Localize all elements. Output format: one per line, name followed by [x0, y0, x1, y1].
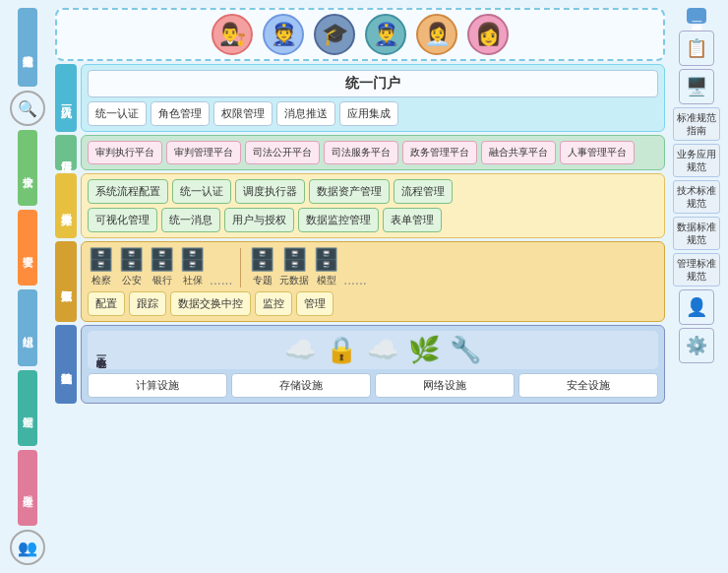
- barrel-icon-5: 🗄️: [249, 247, 275, 273]
- barrel-label-7: 模型: [317, 274, 336, 287]
- avatar-5: 👩‍💼: [416, 14, 457, 55]
- data-item-0: 配置: [88, 291, 125, 316]
- right-icon-screen: 🖥️: [679, 69, 714, 104]
- app-integration: 应用集成: [339, 101, 398, 126]
- svc-item-9: 表单管理: [383, 208, 442, 232]
- right-icon-person: 👤: [679, 289, 714, 325]
- svc-item-4: 流程管理: [394, 179, 453, 204]
- data-layer: 数据资源 🗄️ 检察 🗄️ 公安 🗄️ 银行: [55, 241, 665, 322]
- barrel-label-3: 银行: [152, 274, 172, 287]
- network-icon: 🌿: [408, 335, 440, 365]
- data-content: 🗄️ 检察 🗄️ 公安 🗄️ 银行 🗄️ 社保 .: [81, 241, 665, 322]
- infra-layer: 基础设施 统一云中心 ☁️ 🔒 ☁️ 🌿 🔧 计算设施 存储设施: [55, 325, 665, 404]
- data-item-2: 数据交换中控: [170, 291, 251, 316]
- db-divider: [240, 248, 241, 287]
- judicial-item-0: 审判执行平台: [88, 141, 162, 164]
- barrel-icon-3: 🗄️: [149, 247, 175, 273]
- role-mgmt: 角色管理: [151, 101, 210, 126]
- right-label-1: 业务应用规范: [673, 144, 720, 177]
- right-label-0: 标准规范指南: [673, 107, 720, 141]
- infra-label: 基础设施: [55, 325, 77, 404]
- left-label-ops: 运维组织: [18, 289, 37, 365]
- unified-portal-content: 统一门户 统一认证 角色管理 权限管理 消息推送 应用集成: [81, 64, 665, 132]
- infra-content: 统一云中心 ☁️ 🔒 ☁️ 🌿 🔧 计算设施 存储设施 网络设施 安全设施: [81, 325, 665, 404]
- barrel-label-4: 社保: [183, 274, 203, 287]
- avatar-3: 🎓: [314, 14, 355, 55]
- tools-icon: 🔧: [450, 335, 481, 365]
- db-metadata: 🗄️ 元数据: [279, 247, 309, 287]
- data-db-row: 🗄️ 检察 🗄️ 公安 🗄️ 银行 🗄️ 社保 .: [88, 247, 658, 287]
- barrel-icon-1: 🗄️: [88, 247, 114, 273]
- avatar-2: 👮: [263, 14, 304, 55]
- infra-storage: 存储设施: [231, 373, 371, 398]
- svc-item-2: 调度执行器: [235, 179, 305, 204]
- data-item-4: 管理: [296, 291, 334, 316]
- right-icon-doc: 📋: [679, 31, 714, 66]
- svc-item-0: 系统流程配置: [88, 179, 168, 204]
- perm-mgmt: 权限管理: [213, 101, 273, 126]
- judicial-item-5: 融合共享平台: [481, 141, 556, 164]
- service-label: 服务支撑: [55, 173, 77, 238]
- judicial-item-4: 政务管理平台: [402, 141, 477, 164]
- data-item-1: 跟踪: [129, 291, 166, 316]
- infra-security: 安全设施: [518, 373, 658, 398]
- judicial-label: 司法应用: [55, 135, 77, 170]
- barrel-label-2: 公安: [122, 274, 142, 287]
- data-row2: 配置 跟踪 数据交换中控 监控 管理: [88, 291, 658, 316]
- avatar-4: 👮‍♂️: [365, 14, 406, 55]
- judicial-layer: 司法应用 审判执行平台 审判管理平台 司法公开平台 司法服务平台 政务管理平台 …: [55, 135, 665, 170]
- unified-entry-label: 统一入口: [55, 64, 77, 132]
- judicial-item-1: 审判管理平台: [166, 141, 241, 164]
- infra-network: 网络设施: [375, 373, 515, 398]
- judicial-item-3: 司法服务平台: [324, 141, 398, 164]
- left-label-sys: 运维制度: [18, 370, 37, 446]
- avatar-6: 👩: [467, 14, 509, 55]
- judicial-content: 审判执行平台 审判管理平台 司法公开平台 司法服务平台 政务管理平台 融合共享平…: [81, 135, 665, 170]
- left-icon-2: 👥: [10, 530, 45, 565]
- svc-item-6: 统一消息: [161, 208, 220, 232]
- avatars-row: 👨‍⚖️ 👮 🎓 👮‍♂️ 👩‍💼 👩: [55, 8, 665, 61]
- unified-auth: 统一认证: [88, 101, 147, 126]
- judicial-item-2: 司法公开平台: [245, 141, 320, 164]
- unified-portal-title: 统一门户: [88, 70, 658, 97]
- infra-compute: 计算设施: [88, 373, 227, 398]
- left-icon-1: 🔍: [10, 91, 45, 126]
- db-gongan: 🗄️ 公安: [118, 247, 145, 287]
- right-label-2: 技术标准规范: [673, 180, 720, 214]
- cloud-icon-2: ☁️: [367, 335, 398, 365]
- svc-item-1: 统一认证: [172, 179, 231, 204]
- cloud-icon-1: ☁️: [284, 335, 316, 365]
- db-yinhang: 🗄️ 银行: [149, 247, 175, 287]
- barrel-icon-6: 🗄️: [281, 247, 308, 273]
- main-container: 安全运维与保障体系 🔍 技术安全 管理安全 运维组织 运维制度 运维服务 👥 👨…: [0, 0, 728, 573]
- left-label-tech: 技术安全: [18, 130, 37, 206]
- db-jicha: 🗄️ 检察: [88, 247, 114, 287]
- service-row1: 系统流程配置 统一认证 调度执行器 数据资产管理 流程管理: [88, 179, 658, 204]
- right-sidebar-title: 统一标准规范体系: [687, 8, 706, 24]
- unified-portal-title-row: 统一门户: [88, 70, 658, 97]
- dots-2: ......: [343, 272, 366, 287]
- db-shebao: 🗄️ 社保: [179, 247, 206, 287]
- infra-bottom: 计算设施 存储设施 网络设施 安全设施: [88, 373, 658, 398]
- data-label: 数据资源: [55, 241, 77, 322]
- left-sidebar-security-label: 安全运维与保障体系: [18, 8, 37, 87]
- service-row2: 可视化管理 统一消息 用户与授权 数据监控管理 表单管理: [88, 208, 658, 232]
- service-content: 系统流程配置 统一认证 调度执行器 数据资产管理 流程管理 可视化管理 统一消息…: [81, 173, 665, 238]
- db-model: 🗄️ 模型: [313, 247, 339, 287]
- svc-item-7: 用户与授权: [224, 208, 294, 232]
- avatar-1: 👨‍⚖️: [212, 14, 253, 55]
- right-sidebar: 统一标准规范体系 📋 🖥️ 标准规范指南 业务应用规范 技术标准规范 数据标准规…: [669, 8, 724, 565]
- svc-item-8: 数据监控管理: [298, 208, 379, 232]
- judicial-items: 审判执行平台 审判管理平台 司法公开平台 司法服务平台 政务管理平台 融合共享平…: [88, 141, 658, 164]
- barrel-icon-4: 🗄️: [179, 247, 206, 273]
- data-item-3: 监控: [255, 291, 292, 316]
- judicial-item-6: 人事管理平台: [560, 141, 635, 164]
- unified-portal-layer: 统一入口 统一门户 统一认证 角色管理 权限管理 消息推送 应用集成: [55, 64, 665, 132]
- unified-portal-items: 统一认证 角色管理 权限管理 消息推送 应用集成: [88, 101, 658, 126]
- center-content: 👨‍⚖️ 👮 🎓 👮‍♂️ 👩‍💼 👩 统一入口 统一门户 统一认证 角色管理 …: [55, 8, 665, 565]
- barrel-label-6: 元数据: [279, 274, 309, 287]
- svc-item-5: 可视化管理: [88, 208, 157, 232]
- barrel-label-1: 检察: [91, 274, 111, 287]
- dots-1: ......: [210, 272, 232, 287]
- left-sidebar: 安全运维与保障体系 🔍 技术安全 管理安全 运维组织 运维制度 运维服务 👥: [4, 8, 51, 565]
